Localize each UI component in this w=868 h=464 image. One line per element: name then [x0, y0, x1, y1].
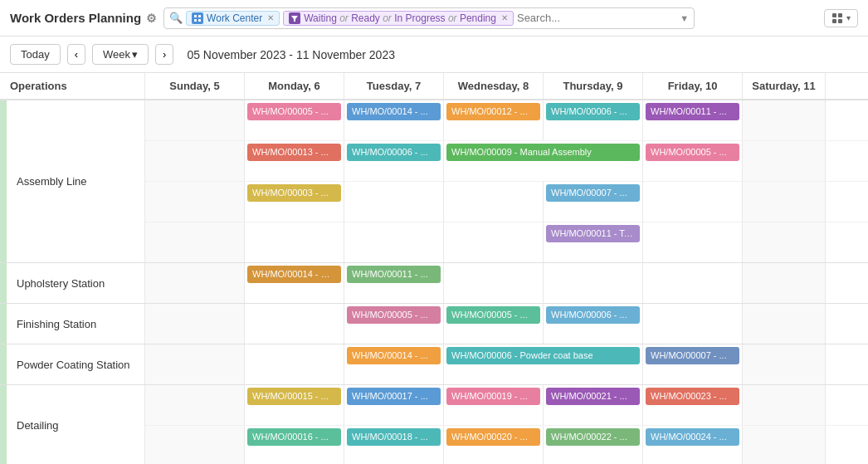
cell-assembly-4-mon: [245, 222, 344, 262]
cell-assembly-4-tue: [344, 222, 444, 262]
event-wh-mo-00016-mon[interactable]: WH/MO/00016 - ...: [247, 428, 341, 446]
cell-finishing-tue: WH/MO/00005 - ...: [344, 304, 444, 344]
cell-detailing-1-thu: WH/MO/00021 - ...: [544, 385, 643, 425]
status-filter-tag[interactable]: Waiting or Ready or In Progress or Pendi…: [283, 11, 514, 26]
svg-rect-6: [838, 13, 842, 17]
cell-upholstery-thu: [544, 263, 643, 303]
detailing-group: Detailing WH/MO/00015 - ... WH/MO/00017 …: [0, 385, 868, 464]
cell-upholstery-sun: [145, 263, 245, 303]
assembly-line-group: Assembly Line WH/MO/00005 - ... WH/MO/00…: [0, 100, 868, 263]
cell-powder-tue: WH/MO/00014 - ...: [344, 344, 444, 384]
event-wh-mo-00018-tue[interactable]: WH/MO/00018 - ...: [347, 428, 441, 446]
event-wh-mo-00007-thu[interactable]: WH/MO/00007 - ...: [546, 184, 640, 202]
event-wh-mo-00011-fri[interactable]: WH/MO/00011 - ...: [646, 103, 739, 120]
search-icon[interactable]: 🔍: [169, 12, 183, 24]
subtoolbar: Today ‹ Week ▾ › 05 November 2023 - 11 N…: [0, 37, 868, 73]
event-wh-mo-00014-upholster[interactable]: WH/MO/00014 - Upholster cushion: [247, 266, 341, 283]
cell-powder-wed: WH/MO/00006 - Powder coat base: [444, 344, 643, 384]
event-wh-mo-00012-wed[interactable]: WH/MO/00012 - ...: [446, 103, 540, 120]
cell-assembly-2-tue: WH/MO/00006 - ...: [344, 141, 444, 181]
app-title: Work Orders Planning ⚙: [10, 11, 157, 25]
event-wh-mo-00021-thu[interactable]: WH/MO/00021 - ...: [546, 388, 640, 405]
topbar: Work Orders Planning ⚙ 🔍 Work Center ✕ W…: [0, 0, 868, 37]
event-wh-mo-00006-powder[interactable]: WH/MO/00006 - Powder coat base: [446, 347, 640, 364]
cell-assembly-2-mon: WH/MO/00013 - ...: [245, 141, 344, 181]
powder-coating-row-1: WH/MO/00014 - ... WH/MO/00006 - Powder c…: [145, 344, 868, 384]
work-center-label: Work Center: [207, 12, 262, 24]
cell-assembly-1-thu: WH/MO/00006 - ...: [544, 100, 643, 140]
finishing-group: Finishing Station WH/MO/00005 - ... WH/M…: [0, 304, 868, 344]
cell-upholstery-wed: [444, 263, 544, 303]
header-wednesday: Wednesday, 8: [444, 73, 544, 99]
event-wh-mo-00017-tue[interactable]: WH/MO/00017 - ...: [347, 388, 441, 405]
date-range: 05 November 2023 - 11 November 2023: [187, 48, 395, 61]
status-filter-close[interactable]: ✕: [501, 13, 508, 22]
work-center-tag[interactable]: Work Center ✕: [186, 11, 280, 26]
next-button[interactable]: ›: [155, 44, 173, 65]
event-wh-mo-00006-thu[interactable]: WH/MO/00006 - ...: [546, 103, 640, 120]
event-wh-mo-00011-tue[interactable]: WH/MO/00011 - ...: [347, 266, 441, 283]
event-wh-mo-00006-tue[interactable]: WH/MO/00006 - ...: [347, 144, 441, 161]
cell-powder-sun: [145, 344, 245, 384]
upholstery-row-1: WH/MO/00014 - Upholster cushion WH/MO/00…: [145, 263, 868, 303]
event-wh-mo-00005-wed-fin[interactable]: WH/MO/00005 - ...: [446, 306, 540, 324]
cell-detailing-1-sun: [145, 385, 245, 425]
event-wh-mo-00015-mon[interactable]: WH/MO/00015 - ...: [247, 388, 341, 405]
event-wh-mo-00013-mon[interactable]: WH/MO/00013 - ...: [247, 144, 341, 161]
filter-icon: [289, 12, 300, 24]
work-center-close[interactable]: ✕: [267, 13, 274, 22]
event-wh-mo-00006-thu-fin[interactable]: WH/MO/00006 - ...: [546, 306, 640, 324]
work-center-icon: [192, 12, 203, 24]
cell-assembly-4-sat: [743, 222, 826, 262]
event-wh-mo-00014-tue[interactable]: WH/MO/00014 - ...: [347, 103, 441, 120]
cell-detailing-1-mon: WH/MO/00015 - ...: [245, 385, 344, 425]
event-wh-mo-00023-fri[interactable]: WH/MO/00023 - ...: [646, 388, 739, 405]
header-saturday: Saturday, 11: [743, 73, 826, 99]
event-wh-mo-00005-tue-fin[interactable]: WH/MO/00005 - ...: [347, 306, 441, 324]
powder-coating-group: Powder Coating Station WH/MO/00014 - ...…: [0, 344, 868, 385]
cell-finishing-wed: WH/MO/00005 - ...: [444, 304, 544, 344]
list-view-icon: [831, 12, 843, 24]
cell-assembly-3-mon: WH/MO/00003 - ...: [245, 182, 344, 222]
view-toggle[interactable]: ▾: [824, 9, 858, 27]
event-wh-mo-00019-wed[interactable]: WH/MO/00019 - ...: [446, 388, 540, 405]
event-wh-mo-00022-thu[interactable]: WH/MO/00022 - ...: [546, 428, 640, 446]
week-button[interactable]: Week ▾: [92, 44, 149, 65]
svg-rect-1: [198, 15, 201, 17]
cell-assembly-1-sun: [145, 100, 245, 140]
app-title-text: Work Orders Planning: [10, 11, 141, 25]
event-wh-mo-00011-testing[interactable]: WH/MO/00011 - Testing: [546, 225, 640, 242]
event-wh-mo-00020-wed[interactable]: WH/MO/00020 - ...: [446, 428, 540, 446]
svg-rect-5: [832, 13, 836, 17]
event-wh-mo-00003-mon[interactable]: WH/MO/00003 - ...: [247, 184, 341, 202]
event-wh-mo-00009-manual[interactable]: WH/MO/00009 - Manual Assembly: [446, 144, 640, 161]
cell-upholstery-tue: WH/MO/00011 - ...: [344, 263, 444, 303]
event-wh-mo-00014-tue-pow[interactable]: WH/MO/00014 - ...: [347, 347, 441, 364]
cell-assembly-1-wed: WH/MO/00012 - ...: [444, 100, 544, 140]
cell-upholstery-fri: [643, 263, 743, 303]
today-button[interactable]: Today: [10, 44, 61, 65]
view-toggle-arrow: ▾: [846, 13, 851, 22]
search-dropdown-arrow[interactable]: ▼: [680, 13, 689, 23]
assembly-line-label: Assembly Line: [0, 100, 145, 262]
event-wh-mo-00005-mon[interactable]: WH/MO/00005 - ...: [247, 103, 341, 120]
upholstery-group: Upholstery Station WH/MO/00014 - Upholst…: [0, 263, 868, 304]
cell-assembly-2-sun: [145, 141, 245, 181]
calendar: Operations Sunday, 5 Monday, 6 Tuesday, …: [0, 73, 868, 464]
svg-rect-8: [838, 19, 842, 23]
assembly-row-4: WH/MO/00011 - Testing: [145, 222, 868, 262]
cell-assembly-3-tue: [344, 182, 444, 222]
event-wh-mo-00005-fri2[interactable]: WH/MO/00005 - ...: [646, 144, 739, 161]
gear-icon[interactable]: ⚙: [146, 12, 157, 25]
search-input[interactable]: [517, 12, 675, 24]
detailing-rows: WH/MO/00015 - ... WH/MO/00017 - ... WH/M…: [145, 385, 868, 464]
cell-detailing-2-wed: WH/MO/00020 - ...: [444, 426, 544, 464]
event-wh-mo-00024-fri[interactable]: WH/MO/00024 - ...: [646, 428, 739, 446]
header-operations: Operations: [0, 73, 145, 99]
cell-assembly-2-sat: [743, 141, 826, 181]
cell-assembly-3-sun: [145, 182, 245, 222]
cell-powder-sat: [743, 344, 826, 384]
prev-button[interactable]: ‹: [67, 44, 85, 65]
week-label: Week: [103, 48, 130, 61]
event-wh-mo-00007-fri-pow[interactable]: WH/MO/00007 - ...: [646, 347, 739, 364]
